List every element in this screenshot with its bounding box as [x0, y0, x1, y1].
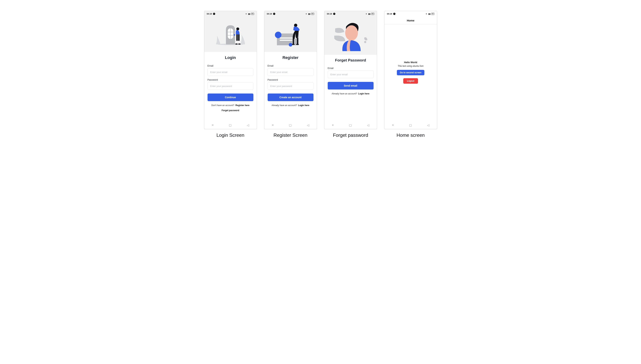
wifi-icon: ᯤ: [306, 13, 307, 15]
email-label: Email: [268, 64, 313, 67]
back-icon[interactable]: ◁: [367, 124, 369, 127]
login-illustration: [204, 16, 257, 52]
svg-rect-19: [297, 38, 298, 44]
password-label: Password: [208, 78, 253, 81]
login-title: Login: [208, 55, 253, 60]
battery-icon: 94: [311, 13, 314, 15]
recent-apps-icon[interactable]: ≡: [272, 124, 273, 127]
continue-button[interactable]: Continue: [208, 94, 253, 101]
signal-icon: ▮▮: [248, 13, 250, 15]
login-prompt[interactable]: Already have an account? Login here: [328, 92, 374, 95]
status-app-icon: ^: [333, 13, 335, 15]
signal-icon: ▮▮: [428, 13, 431, 15]
email-label: Email: [328, 67, 374, 70]
signal-icon: ▮▮: [308, 13, 310, 15]
wifi-icon: ᯤ: [246, 13, 247, 15]
login-screen: 04:19 ^ ᯤ ▮▮ 94: [204, 11, 257, 129]
svg-point-5: [236, 28, 239, 30]
recent-apps-icon[interactable]: ≡: [392, 124, 394, 127]
status-time: 04:19: [207, 13, 212, 15]
android-nav: ≡ ▢ ◁: [325, 121, 377, 129]
second-screen-button[interactable]: Go to second screen: [397, 70, 424, 75]
status-time: 04:19: [327, 13, 332, 15]
hello-text: Hello World: [404, 61, 417, 64]
login-prompt[interactable]: Already have an account? Login here: [268, 104, 313, 106]
home-screen: 04:19 ^ ᯤ ▮▮ 94 Home Hello World This te…: [384, 11, 437, 129]
status-bar: 04:19 ^ ᯤ ▮▮ 94: [204, 11, 257, 16]
signal-icon: ▮▮: [368, 13, 371, 15]
back-icon[interactable]: ◁: [427, 124, 429, 127]
status-bar: 04:19 ^ ᯤ ▮▮ 94: [385, 11, 437, 16]
register-prompt[interactable]: Don't have an account? Register here: [208, 104, 253, 106]
status-time: 04:19: [267, 13, 272, 15]
password-label: Password: [268, 78, 313, 81]
status-bar: 04:19 ^ ᯤ ▮▮ 94: [325, 11, 377, 16]
android-nav: ≡ ▢ ◁: [264, 121, 317, 129]
email-input[interactable]: [328, 70, 374, 78]
battery-icon: 94: [371, 13, 374, 15]
battery-icon: 94: [431, 13, 434, 15]
status-app-icon: ^: [393, 13, 395, 15]
status-app-icon: ^: [213, 13, 215, 15]
battery-icon: 94: [251, 13, 254, 15]
wifi-icon: ᯤ: [426, 13, 428, 15]
email-input[interactable]: [268, 68, 313, 76]
svg-point-15: [289, 43, 292, 46]
login-link[interactable]: Login here: [298, 104, 309, 106]
forget-title: Forget Password: [328, 58, 374, 62]
forget-illustration: [325, 16, 377, 55]
home-icon[interactable]: ▢: [349, 124, 352, 127]
home-icon[interactable]: ▢: [409, 124, 412, 127]
back-icon[interactable]: ◁: [307, 124, 309, 127]
android-nav: ≡ ▢ ◁: [385, 121, 437, 129]
register-title: Register: [268, 55, 313, 60]
password-input[interactable]: [268, 82, 313, 90]
svg-point-12: [275, 32, 281, 38]
android-nav: ≡ ▢ ◁: [204, 121, 257, 129]
recent-apps-icon[interactable]: ≡: [332, 124, 334, 127]
back-icon[interactable]: ◁: [247, 124, 249, 127]
forget-screen: 04:19 ^ ᯤ ▮▮ 94: [324, 11, 377, 129]
create-account-button[interactable]: Create an account: [268, 94, 313, 101]
login-link[interactable]: Login here: [358, 92, 369, 95]
home-icon[interactable]: ▢: [229, 124, 232, 127]
forgot-password-link[interactable]: Forget password: [208, 109, 253, 112]
svg-rect-7: [236, 34, 238, 41]
email-input[interactable]: [208, 68, 253, 76]
svg-point-16: [294, 24, 297, 27]
register-screen: 04:19 ^ ᯤ ▮▮ 94: [264, 11, 317, 129]
register-caption: Register Screen: [273, 132, 307, 138]
svg-point-21: [364, 41, 366, 43]
register-illustration: [264, 16, 317, 52]
status-time: 04:19: [387, 13, 392, 15]
svg-point-10: [238, 44, 241, 44]
subtitle-text: This text using ubuntu font: [398, 65, 423, 67]
svg-point-9: [235, 44, 238, 44]
email-label: Email: [208, 64, 253, 67]
wifi-icon: ᯤ: [366, 13, 368, 15]
recent-apps-icon[interactable]: ≡: [212, 124, 213, 127]
send-email-button[interactable]: Send email: [328, 82, 374, 90]
svg-rect-8: [238, 34, 240, 41]
status-app-icon: ^: [273, 13, 275, 15]
home-icon[interactable]: ▢: [289, 124, 292, 127]
home-caption: Home screen: [397, 132, 425, 138]
register-link[interactable]: Register here: [235, 104, 249, 106]
forget-caption: Forget password: [333, 132, 368, 138]
svg-point-6: [234, 34, 235, 36]
logout-button[interactable]: Logout: [403, 78, 418, 84]
password-input[interactable]: [208, 82, 253, 90]
app-bar-title: Home: [385, 16, 437, 24]
svg-rect-14: [280, 40, 292, 41]
status-bar: 04:19 ^ ᯤ ▮▮ 94: [264, 11, 317, 16]
login-caption: Login Screen: [216, 132, 244, 138]
svg-rect-20: [293, 38, 294, 44]
